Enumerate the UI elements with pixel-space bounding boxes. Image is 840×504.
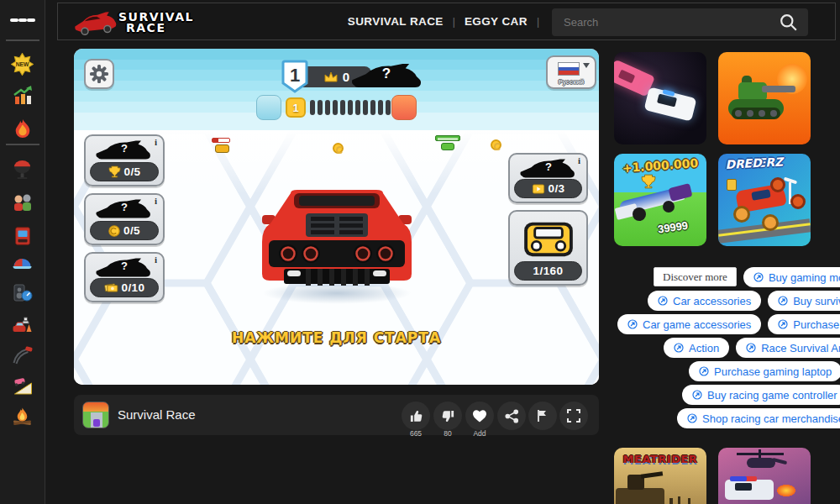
game-thumbnail-police-chase[interactable] (718, 448, 811, 504)
promo-tag[interactable]: Car accessories (648, 291, 761, 311)
sidebar-item-hot[interactable] (10, 116, 35, 141)
search-icon[interactable] (780, 13, 798, 32)
dislike-button[interactable] (433, 402, 462, 430)
search-box[interactable] (552, 8, 808, 36)
mission-progress: 0/3 (514, 179, 582, 198)
trophy-icon (641, 174, 656, 189)
search-input[interactable] (552, 16, 780, 29)
flag-icon (536, 409, 549, 423)
player-bar: Survival Race 665 80 Add (74, 395, 599, 435)
sidebar-item-racing-cap[interactable] (10, 252, 35, 277)
mission-card-cash[interactable]: ? i 0/10 (84, 252, 165, 302)
promo-tag[interactable]: Purchase gam (768, 314, 840, 334)
nav-separator: | (453, 16, 455, 28)
garage-card[interactable]: 1/160 (508, 210, 588, 286)
sidebar-item-drift[interactable] (10, 342, 35, 367)
progress-current-level: 1 (286, 97, 306, 118)
coin-icon (108, 225, 120, 237)
sidebar-item-music-arcade[interactable] (10, 281, 35, 306)
sidebar-item-trending[interactable] (10, 83, 35, 108)
speaker-gauge-icon (12, 282, 34, 304)
tag-arrow-icon (753, 272, 764, 282)
coin (333, 143, 344, 154)
sidebar-item-arcade[interactable] (10, 223, 35, 249)
promo-tag[interactable]: Shop racing car merchandise (677, 408, 840, 428)
promo-tag[interactable]: Purchase gaming laptop (689, 361, 840, 381)
promo-tag[interactable]: Action (664, 338, 729, 358)
fullscreen-icon (567, 409, 580, 423)
promo-tag[interactable]: Race Survival Arena K (736, 338, 840, 358)
yellow-car-icon (522, 218, 575, 260)
game-thumbnail (82, 402, 109, 428)
logo-car-icon (71, 6, 118, 39)
distant-car-label (435, 135, 460, 141)
chevron-down-icon (583, 63, 590, 68)
progress-pip (348, 100, 353, 115)
game-thumbnail-driverz[interactable]: DRIVERZ ED (718, 154, 811, 246)
promo-row: Purchase gaming laptop (689, 361, 840, 381)
mission-card-trophy[interactable]: ? i 0/5 (84, 134, 165, 186)
report-button[interactable] (528, 402, 557, 430)
promo-tag[interactable]: Buy survival ga (768, 291, 840, 311)
campfire-icon (12, 406, 33, 428)
progress-pip (340, 100, 345, 115)
language-button[interactable]: Русский (546, 55, 596, 89)
logo-text: SURVIVAL RACE (118, 12, 194, 34)
game-canvas[interactable]: 0 1 ? Русский 1 ? i 0/5 ? i (74, 49, 599, 385)
tag-arrow-icon (692, 390, 702, 400)
header-nav: SURVIVAL RACE | EGGY CAR | (348, 3, 539, 39)
crown-count: 0 (343, 70, 349, 84)
sidebar-item-multiplayer[interactable] (10, 190, 35, 215)
promo-row: Discover more Buy gaming mouse (654, 267, 840, 287)
menu-icon[interactable] (10, 8, 35, 33)
promo-tag[interactable]: Buy racing game controller (682, 385, 840, 405)
promo-tag[interactable]: Car game accessories (617, 314, 761, 334)
distant-green-car (441, 143, 454, 150)
sidebar-item-campfire[interactable] (10, 404, 35, 429)
promo-tag[interactable]: Buy gaming mouse (743, 267, 840, 287)
tag-arrow-icon (674, 343, 684, 353)
game-thumbnail-million[interactable]: +1.000.000 39999 (614, 154, 706, 246)
discover-more-label: Discover more (654, 267, 737, 286)
fullscreen-button[interactable] (559, 402, 588, 430)
mission-card-video[interactable]: ? i 0/3 (508, 153, 588, 203)
sidebar-item-driving[interactable] (10, 312, 35, 337)
game-thumbnail-meatrider[interactable]: MEATRIDER (614, 448, 706, 504)
progress-pip (363, 100, 368, 115)
share-button[interactable] (497, 402, 526, 430)
game-thumbnail-tank[interactable] (718, 52, 811, 144)
favorite-button[interactable] (465, 402, 494, 430)
mission-card-coin[interactable]: ? i 0/5 (84, 193, 165, 245)
sidebar-divider (6, 39, 39, 41)
nav-eggy-car[interactable]: EGGY CAR (465, 15, 528, 28)
info-icon[interactable]: i (155, 137, 157, 147)
distant-car-label (212, 138, 230, 143)
trending-icon (12, 85, 34, 107)
like-button[interactable] (402, 402, 430, 430)
progress-pip (310, 100, 315, 115)
thumbs-up-icon (409, 409, 423, 423)
sidebar-item-ramp-jump[interactable] (10, 373, 35, 398)
grill-icon (12, 159, 33, 180)
progress-pip (318, 100, 323, 115)
cash-icon (104, 282, 118, 293)
info-icon[interactable]: i (578, 155, 580, 165)
nav-survival-race[interactable]: SURVIVAL RACE (348, 15, 444, 28)
promo-row: Car accessories Buy survival ga (648, 291, 840, 311)
info-icon[interactable]: i (155, 255, 157, 265)
sidebar-item-grill[interactable] (10, 156, 35, 181)
info-icon[interactable]: i (155, 196, 157, 206)
top-header: SURVIVAL RACE SURVIVAL RACE | EGGY CAR | (57, 3, 836, 40)
site-logo[interactable]: SURVIVAL RACE (73, 7, 194, 39)
settings-button[interactable] (84, 59, 114, 89)
progress-pip (325, 100, 330, 115)
sidebar-item-new[interactable]: NEW (10, 51, 35, 76)
tag-arrow-icon (746, 343, 756, 353)
garage-progress: 1/160 (514, 261, 582, 281)
promo-row: Action Race Survival Arena K (664, 338, 840, 358)
progress-pip (386, 100, 391, 115)
game-thumbnail-crash[interactable] (614, 52, 706, 144)
progress-start (256, 95, 281, 120)
promo-row: Buy racing game controller (682, 385, 840, 405)
sidebar-divider (6, 144, 39, 145)
